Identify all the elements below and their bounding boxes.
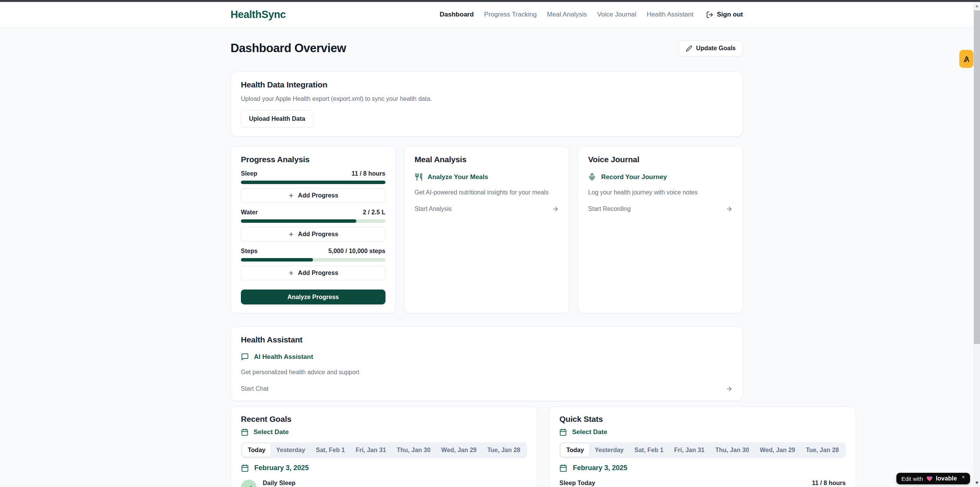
goal-name: Daily Sleep: [263, 480, 295, 487]
add-water-progress-button[interactable]: Add Progress: [241, 227, 385, 242]
progress-analysis-title: Progress Analysis: [241, 155, 385, 164]
start-analysis-link[interactable]: Start Analysis: [415, 206, 559, 212]
update-goals-label: Update Goals: [696, 45, 736, 52]
update-goals-button[interactable]: Update Goals: [679, 40, 743, 56]
date-tab-yesterday[interactable]: Yesterday: [589, 444, 629, 457]
analyze-your-meals-label: Analyze Your Meals: [428, 173, 488, 181]
date-tab-today[interactable]: Today: [242, 444, 271, 457]
health-data-title: Health Data Integration: [241, 80, 733, 89]
date-tab-tue-jan-28[interactable]: Tue, Jan 28: [800, 444, 844, 457]
sleep-progress-bar: [241, 181, 385, 184]
date-tab-thu-jan-30[interactable]: Thu, Jan 30: [391, 444, 436, 457]
sign-out-button[interactable]: Sign out: [706, 11, 743, 18]
app-logo[interactable]: HealthSync: [231, 9, 286, 21]
page-title: Dashboard Overview: [231, 41, 346, 55]
steps-value: 5,000 / 10,000 steps: [328, 248, 385, 255]
steps-goal-block: Steps 5,000 / 10,000 steps Add Progress: [241, 248, 385, 280]
voice-journal-description: Log your health journey with voice notes: [588, 189, 733, 196]
nav-voice-journal[interactable]: Voice Journal: [597, 11, 636, 18]
select-date-label: Select Date: [572, 428, 607, 436]
sleep-goal-block: Sleep 11 / 8 hours Add Progress: [241, 170, 385, 203]
date-tab-tue-jan-28[interactable]: Tue, Jan 28: [482, 444, 526, 457]
nav-progress-tracking[interactable]: Progress Tracking: [484, 11, 537, 18]
date-tabbar: Today Yesterday Sat, Feb 1 Fri, Jan 31 T…: [559, 442, 845, 458]
select-date-label: Select Date: [254, 428, 289, 436]
nav-health-assistant[interactable]: Health Assistant: [647, 11, 693, 18]
selected-date-label: February 3, 2025: [254, 464, 309, 472]
water-goal-block: Water 2 / 2.5 L Add Progress: [241, 209, 385, 242]
app-header: HealthSync Dashboard Progress Tracking M…: [0, 2, 973, 28]
health-assistant-card: Health Assistant AI Health Assistant Get…: [231, 326, 743, 401]
sleep-label: Sleep: [241, 170, 257, 177]
nav-meal-analysis[interactable]: Meal Analysis: [547, 11, 587, 18]
record-your-journey-label: Record Your Journey: [601, 173, 667, 181]
sleep-today-value: 11 / 8 hours: [812, 480, 846, 487]
add-steps-progress-button[interactable]: Add Progress: [241, 266, 385, 280]
add-progress-label: Add Progress: [298, 192, 338, 199]
plus-icon: [288, 192, 294, 199]
health-assistant-description: Get personalized health advice and suppo…: [241, 369, 733, 376]
scrollbar-up-arrow-icon[interactable]: [975, 5, 978, 7]
utensils-icon: [415, 173, 423, 181]
steps-progress-bar: [241, 258, 385, 262]
select-date-button[interactable]: Select Date: [559, 428, 845, 436]
start-chat-label: Start Chat: [241, 385, 268, 392]
steps-label: Steps: [241, 248, 258, 255]
start-recording-link[interactable]: Start Recording: [588, 206, 733, 212]
water-label: Water: [241, 209, 258, 216]
meal-analysis-card: Meal Analysis Analyze Your Meals Get AI-…: [404, 146, 570, 313]
recent-goals-title: Recent Goals: [241, 415, 527, 424]
date-tab-fri-jan-31[interactable]: Fri, Jan 31: [350, 444, 391, 457]
browser-scrollbar[interactable]: [973, 2, 980, 487]
date-tab-wed-jan-29[interactable]: Wed, Jan 29: [754, 444, 800, 457]
sign-out-label: Sign out: [717, 11, 743, 18]
health-assistant-title: Health Assistant: [241, 335, 733, 344]
calendar-icon: [241, 464, 249, 472]
record-your-journey-link[interactable]: Record Your Journey: [588, 173, 733, 181]
badge-brand: lovable: [936, 475, 957, 482]
add-progress-label: Add Progress: [298, 270, 338, 276]
extension-logo-icon: [962, 55, 971, 63]
goal-complete-badge: [241, 480, 257, 487]
analyze-your-meals-link[interactable]: Analyze Your Meals: [415, 173, 559, 181]
calendar-icon: [559, 464, 567, 472]
arrow-right-icon: [726, 206, 733, 212]
microphone-icon: [588, 173, 596, 181]
add-sleep-progress-button[interactable]: Add Progress: [241, 188, 385, 203]
date-tab-wed-jan-29[interactable]: Wed, Jan 29: [436, 444, 482, 457]
message-square-icon: [241, 353, 249, 361]
ai-health-assistant-label: AI Health Assistant: [254, 353, 313, 361]
upload-health-data-button[interactable]: Upload Health Data: [241, 110, 313, 128]
add-progress-label: Add Progress: [298, 231, 338, 238]
date-tab-today[interactable]: Today: [561, 444, 589, 457]
voice-journal-title: Voice Journal: [588, 155, 733, 164]
date-tab-sat-feb-1[interactable]: Sat, Feb 1: [311, 444, 351, 457]
selected-date-display[interactable]: February 3, 2025: [559, 464, 845, 472]
start-chat-link[interactable]: Start Chat: [241, 385, 733, 392]
nav-dashboard[interactable]: Dashboard: [440, 11, 474, 18]
date-tab-sat-feb-1[interactable]: Sat, Feb 1: [629, 444, 669, 457]
start-recording-label: Start Recording: [588, 206, 631, 212]
voice-journal-card: Voice Journal Record Your Journey Log yo…: [578, 146, 743, 313]
scrollbar-down-arrow-icon[interactable]: [975, 482, 978, 484]
pencil-icon: [686, 45, 692, 52]
scrollbar-thumb[interactable]: [974, 10, 980, 344]
meal-analysis-description: Get AI-powered nutritional insights for …: [415, 189, 559, 196]
date-tab-thu-jan-30[interactable]: Thu, Jan 30: [710, 444, 754, 457]
edit-with-lovable-badge[interactable]: Edit with lovable ✕: [896, 473, 970, 484]
date-tab-fri-jan-31[interactable]: Fri, Jan 31: [669, 444, 710, 457]
browser-extension-tab[interactable]: [959, 50, 973, 68]
select-date-button[interactable]: Select Date: [241, 428, 527, 436]
quick-stats-title: Quick Stats: [559, 415, 845, 424]
quick-stats-card: Quick Stats Select Date Today Yesterday …: [549, 406, 856, 487]
date-tab-yesterday[interactable]: Yesterday: [271, 444, 311, 457]
health-data-card: Health Data Integration Upload your Appl…: [231, 71, 743, 137]
arrow-right-icon: [552, 206, 559, 212]
main-nav: Dashboard Progress Tracking Meal Analysi…: [440, 11, 743, 18]
selected-date-display[interactable]: February 3, 2025: [241, 464, 527, 472]
arrow-right-icon: [726, 385, 733, 392]
date-tabbar: Today Yesterday Sat, Feb 1 Fri, Jan 31 T…: [241, 442, 527, 458]
analyze-progress-button[interactable]: Analyze Progress: [241, 290, 385, 304]
ai-health-assistant-link[interactable]: AI Health Assistant: [241, 353, 733, 361]
badge-close-icon[interactable]: ✕: [962, 475, 965, 479]
